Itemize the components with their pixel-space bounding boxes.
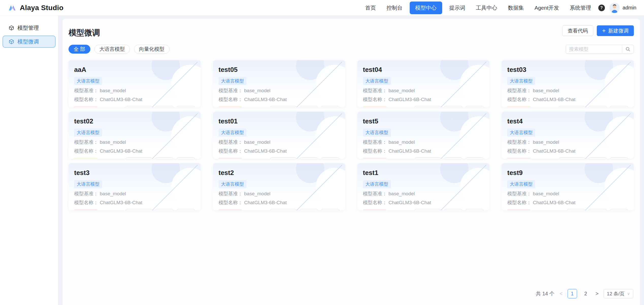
nav-item-6[interactable]: Agent开发 xyxy=(531,2,563,14)
new-finetune-button[interactable]: + 新建微调 xyxy=(597,25,634,36)
card-detail-button[interactable]: 详 情 xyxy=(321,209,339,210)
card-detail-button[interactable]: 详 情 xyxy=(465,209,484,210)
model-type-tag: 大语言模型 xyxy=(74,129,102,137)
model-name-value: ChatGLM3-6B-Chat xyxy=(100,97,142,102)
card-detail-button[interactable]: 详 情 xyxy=(176,106,195,107)
model-base-value: base_model xyxy=(244,139,271,145)
card-detail-button[interactable]: 详 情 xyxy=(610,157,628,159)
card-action-primary-button[interactable]: 继续训练 xyxy=(125,106,152,107)
card-detail-button[interactable]: 详 情 xyxy=(176,157,195,159)
model-base-label: 模型基准： xyxy=(74,139,98,145)
card-action-primary-button[interactable]: 继续训练 xyxy=(414,106,441,107)
card-delete-button[interactable]: 删 除 xyxy=(300,106,318,107)
card-delete-button[interactable]: 删 除 xyxy=(444,157,463,159)
model-base-row: 模型基准：base_model xyxy=(74,190,195,197)
model-name: aaA xyxy=(74,66,195,74)
nav-item-1[interactable]: 控制台 xyxy=(383,2,406,14)
sidebar-item-1[interactable]: 模型微调 xyxy=(3,36,56,48)
content-area: 模型微调 查看代码 + 新建微调 全 部大语言模型向量化模型 xyxy=(58,16,644,305)
model-name-label: 模型名称： xyxy=(363,148,387,154)
prev-page-icon[interactable]: < xyxy=(558,291,564,297)
filter-chips: 全 部大语言模型向量化模型 xyxy=(69,45,174,54)
card-delete-button[interactable]: 删 除 xyxy=(300,157,318,159)
model-name-row: 模型名称：ChatGLM3-6B-Chat xyxy=(219,199,340,206)
model-name-value: ChatGLM3-6B-Chat xyxy=(244,200,287,205)
card-action-primary-button[interactable]: 继续训练 xyxy=(414,209,441,210)
card-detail-button[interactable]: 详 情 xyxy=(610,106,628,107)
page-number-1[interactable]: 1 xyxy=(568,289,577,298)
card-delete-button[interactable]: 删 除 xyxy=(444,106,463,107)
filter-chip-0[interactable]: 全 部 xyxy=(69,45,90,54)
model-name-value: ChatGLM3-6B-Chat xyxy=(533,97,575,102)
card-delete-button[interactable]: 删 除 xyxy=(588,106,607,107)
card-action-primary-button[interactable]: 继续训练 xyxy=(125,209,152,210)
model-name-row: 模型名称：ChatGLM3-6B-Chat xyxy=(363,96,484,103)
card-action-primary-button[interactable]: 继续训练 xyxy=(558,106,585,107)
model-name-label: 模型名称： xyxy=(363,97,387,102)
nav-item-3[interactable]: 提示词 xyxy=(446,2,469,14)
card-detail-button[interactable]: 详 情 xyxy=(465,106,484,107)
card-footer: 训练中止 继续训练 删 除 详 情 xyxy=(363,106,484,107)
nav-item-0[interactable]: 首页 xyxy=(362,2,379,14)
model-base-value: base_model xyxy=(389,88,415,93)
nav-item-7[interactable]: 系统管理 xyxy=(566,2,595,14)
nav-item-2[interactable]: 模型中心 xyxy=(410,2,442,14)
filter-chip-1[interactable]: 大语言模型 xyxy=(94,45,130,54)
model-name: test05 xyxy=(219,66,340,74)
model-base-row: 模型基准：base_model xyxy=(363,139,484,146)
model-base-value: base_model xyxy=(533,191,559,196)
model-name-label: 模型名称： xyxy=(219,97,243,102)
card-delete-button[interactable]: 删 除 xyxy=(155,209,174,210)
model-card: test02 大语言模型 模型基准：base_model 模型名称：ChatGL… xyxy=(69,112,201,159)
card-action-primary-button[interactable]: 继续训练 xyxy=(414,157,441,159)
card-detail-button[interactable]: 详 情 xyxy=(321,106,339,107)
filter-chip-2[interactable]: 向量化模型 xyxy=(134,45,170,54)
model-type-tag: 大语言模型 xyxy=(507,129,535,137)
search-input[interactable] xyxy=(566,45,622,53)
model-card: test2 大语言模型 模型基准：base_model 模型名称：ChatGLM… xyxy=(213,163,345,210)
search-button[interactable] xyxy=(622,45,634,53)
brand-logo-icon xyxy=(8,3,17,12)
card-action-primary-button[interactable]: 继续训练 xyxy=(270,157,297,159)
username[interactable]: admin xyxy=(623,5,636,11)
card-delete-button[interactable]: 删 除 xyxy=(588,209,607,210)
model-base-row: 模型基准：base_model xyxy=(219,139,340,146)
view-code-button[interactable]: 查看代码 xyxy=(562,25,593,36)
card-detail-button[interactable]: 详 情 xyxy=(176,209,195,210)
page-size-select[interactable]: 12 条/页 ∨ xyxy=(604,289,633,298)
page-number-2[interactable]: 2 xyxy=(581,289,590,298)
nav-item-5[interactable]: 数据集 xyxy=(504,2,527,14)
model-base-label: 模型基准： xyxy=(363,139,387,145)
card-footer: 训练失败 继续训练 删 除 详 情 xyxy=(219,157,340,159)
card-action-primary-button[interactable]: 继续训练 xyxy=(270,209,297,210)
model-name: test5 xyxy=(363,117,484,125)
model-type-tag: 大语言模型 xyxy=(219,129,246,137)
sidebar-item-0[interactable]: 模型管理 xyxy=(3,22,56,34)
next-page-icon[interactable]: > xyxy=(595,291,600,297)
help-icon[interactable]: ? xyxy=(598,5,605,11)
card-action-primary-button[interactable]: 继续训练 xyxy=(558,157,585,159)
card-actions: 继续训练 删 除 详 情 xyxy=(414,209,484,210)
card-action-primary-button[interactable]: 继续训练 xyxy=(125,157,152,159)
card-delete-button[interactable]: 删 除 xyxy=(444,209,463,210)
model-card: test01 大语言模型 模型基准：base_model 模型名称：ChatGL… xyxy=(213,112,345,159)
card-delete-button[interactable]: 删 除 xyxy=(155,106,174,107)
card-delete-button[interactable]: 删 除 xyxy=(588,157,607,159)
card-delete-button[interactable]: 删 除 xyxy=(300,209,318,210)
model-base-label: 模型基准： xyxy=(219,88,243,93)
status-badge: 训练失败 xyxy=(363,158,386,159)
card-detail-button[interactable]: 详 情 xyxy=(610,209,628,210)
model-type-tag: 大语言模型 xyxy=(363,77,391,85)
card-detail-button[interactable]: 详 情 xyxy=(321,157,339,159)
card-actions: 继续训练 删 除 详 情 xyxy=(125,209,195,210)
card-action-primary-button[interactable]: 发 布 xyxy=(567,209,585,210)
plus-icon: + xyxy=(602,28,606,34)
nav-item-4[interactable]: 工具中心 xyxy=(472,2,501,14)
card-action-primary-button[interactable]: 继续训练 xyxy=(270,106,297,107)
card-actions: 继续训练 删 除 详 情 xyxy=(270,106,340,107)
model-base-value: base_model xyxy=(533,139,559,145)
model-card: test3 大语言模型 模型基准：base_model 模型名称：ChatGLM… xyxy=(69,163,201,210)
card-detail-button[interactable]: 详 情 xyxy=(465,157,484,159)
card-delete-button[interactable]: 删 除 xyxy=(155,157,174,159)
avatar[interactable] xyxy=(609,3,620,13)
